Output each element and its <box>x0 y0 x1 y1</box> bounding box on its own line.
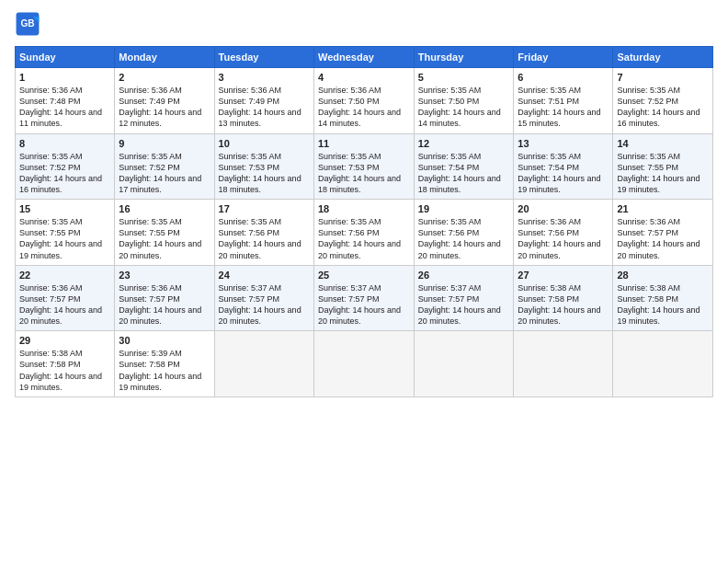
calendar-cell: 7Sunrise: 5:35 AMSunset: 7:52 PMDaylight… <box>613 68 713 134</box>
day-header-tuesday: Tuesday <box>214 47 313 68</box>
calendar-cell: 16Sunrise: 5:35 AMSunset: 7:55 PMDayligh… <box>115 200 214 266</box>
cell-info: Sunrise: 5:35 AMSunset: 7:54 PMDaylight:… <box>518 151 609 196</box>
calendar-body: 1Sunrise: 5:36 AMSunset: 7:48 PMDaylight… <box>16 68 713 397</box>
day-number: 27 <box>518 270 609 281</box>
day-number: 1 <box>19 72 110 83</box>
cell-info: Sunrise: 5:36 AMSunset: 7:57 PMDaylight:… <box>119 282 210 327</box>
week-row-1: 1Sunrise: 5:36 AMSunset: 7:48 PMDaylight… <box>16 68 713 134</box>
calendar-cell <box>214 331 313 397</box>
calendar-cell <box>414 331 514 397</box>
calendar-header: SundayMondayTuesdayWednesdayThursdayFrid… <box>16 47 713 68</box>
header: GB <box>15 11 713 37</box>
cell-info: Sunrise: 5:36 AMSunset: 7:57 PMDaylight:… <box>19 282 110 327</box>
cell-info: Sunrise: 5:35 AMSunset: 7:52 PMDaylight:… <box>119 151 210 196</box>
day-number: 11 <box>318 138 410 149</box>
cell-info: Sunrise: 5:36 AMSunset: 7:49 PMDaylight:… <box>219 85 310 130</box>
calendar-cell: 30Sunrise: 5:39 AMSunset: 7:58 PMDayligh… <box>115 331 214 397</box>
cell-info: Sunrise: 5:38 AMSunset: 7:58 PMDaylight:… <box>19 348 110 393</box>
logo-icon: GB <box>15 11 40 37</box>
calendar-cell: 23Sunrise: 5:36 AMSunset: 7:57 PMDayligh… <box>115 265 214 331</box>
cell-info: Sunrise: 5:35 AMSunset: 7:52 PMDaylight:… <box>19 151 110 196</box>
cell-info: Sunrise: 5:35 AMSunset: 7:56 PMDaylight:… <box>418 216 510 261</box>
calendar-cell: 28Sunrise: 5:38 AMSunset: 7:58 PMDayligh… <box>613 265 713 331</box>
cell-info: Sunrise: 5:35 AMSunset: 7:52 PMDaylight:… <box>617 85 709 130</box>
calendar-cell: 21Sunrise: 5:36 AMSunset: 7:57 PMDayligh… <box>613 200 713 266</box>
cell-info: Sunrise: 5:36 AMSunset: 7:50 PMDaylight:… <box>318 85 410 130</box>
calendar-cell: 29Sunrise: 5:38 AMSunset: 7:58 PMDayligh… <box>16 331 115 397</box>
calendar-cell: 20Sunrise: 5:36 AMSunset: 7:56 PMDayligh… <box>514 200 613 266</box>
cell-info: Sunrise: 5:37 AMSunset: 7:57 PMDaylight:… <box>318 282 410 327</box>
day-number: 10 <box>219 138 310 149</box>
week-row-4: 22Sunrise: 5:36 AMSunset: 7:57 PMDayligh… <box>16 265 713 331</box>
cell-info: Sunrise: 5:35 AMSunset: 7:51 PMDaylight:… <box>518 85 609 130</box>
day-number: 5 <box>418 72 510 83</box>
calendar-cell: 17Sunrise: 5:35 AMSunset: 7:56 PMDayligh… <box>214 200 313 266</box>
calendar-cell: 26Sunrise: 5:37 AMSunset: 7:57 PMDayligh… <box>414 265 514 331</box>
calendar-cell: 5Sunrise: 5:35 AMSunset: 7:50 PMDaylight… <box>414 68 514 134</box>
day-header-sunday: Sunday <box>16 47 115 68</box>
cell-info: Sunrise: 5:35 AMSunset: 7:55 PMDaylight:… <box>119 216 210 261</box>
calendar-cell: 2Sunrise: 5:36 AMSunset: 7:49 PMDaylight… <box>115 68 214 134</box>
calendar-cell: 15Sunrise: 5:35 AMSunset: 7:55 PMDayligh… <box>16 200 115 266</box>
day-number: 26 <box>418 270 510 281</box>
calendar-cell: 8Sunrise: 5:35 AMSunset: 7:52 PMDaylight… <box>16 133 115 200</box>
calendar-cell <box>313 331 414 397</box>
day-number: 15 <box>19 203 110 214</box>
calendar-cell: 3Sunrise: 5:36 AMSunset: 7:49 PMDaylight… <box>214 68 313 134</box>
logo: GB <box>15 11 44 37</box>
cell-info: Sunrise: 5:38 AMSunset: 7:58 PMDaylight:… <box>617 282 709 327</box>
cell-info: Sunrise: 5:35 AMSunset: 7:56 PMDaylight:… <box>318 216 410 261</box>
day-number: 23 <box>119 270 210 281</box>
cell-info: Sunrise: 5:37 AMSunset: 7:57 PMDaylight:… <box>219 282 310 327</box>
day-number: 9 <box>119 138 210 149</box>
day-number: 22 <box>19 270 110 281</box>
cell-info: Sunrise: 5:36 AMSunset: 7:56 PMDaylight:… <box>518 216 609 261</box>
calendar-cell: 12Sunrise: 5:35 AMSunset: 7:54 PMDayligh… <box>414 133 514 200</box>
day-number: 16 <box>119 203 210 214</box>
cell-info: Sunrise: 5:35 AMSunset: 7:50 PMDaylight:… <box>418 85 510 130</box>
calendar-cell: 14Sunrise: 5:35 AMSunset: 7:55 PMDayligh… <box>613 133 713 200</box>
cell-info: Sunrise: 5:36 AMSunset: 7:48 PMDaylight:… <box>19 85 110 130</box>
day-number: 14 <box>617 138 709 149</box>
day-number: 29 <box>19 335 110 346</box>
day-number: 21 <box>617 203 709 214</box>
cell-info: Sunrise: 5:39 AMSunset: 7:58 PMDaylight:… <box>119 348 210 393</box>
cell-info: Sunrise: 5:35 AMSunset: 7:53 PMDaylight:… <box>318 151 410 196</box>
day-number: 7 <box>617 72 709 83</box>
calendar-cell: 1Sunrise: 5:36 AMSunset: 7:48 PMDaylight… <box>16 68 115 134</box>
header-row: SundayMondayTuesdayWednesdayThursdayFrid… <box>16 47 713 68</box>
cell-info: Sunrise: 5:35 AMSunset: 7:53 PMDaylight:… <box>219 151 310 196</box>
page: GB SundayMondayTuesdayWednesdayThursdayF… <box>0 0 728 563</box>
day-number: 8 <box>19 138 110 149</box>
calendar-cell: 10Sunrise: 5:35 AMSunset: 7:53 PMDayligh… <box>214 133 313 200</box>
cell-info: Sunrise: 5:36 AMSunset: 7:57 PMDaylight:… <box>617 216 709 261</box>
week-row-5: 29Sunrise: 5:38 AMSunset: 7:58 PMDayligh… <box>16 331 713 397</box>
calendar-cell: 19Sunrise: 5:35 AMSunset: 7:56 PMDayligh… <box>414 200 514 266</box>
cell-info: Sunrise: 5:38 AMSunset: 7:58 PMDaylight:… <box>518 282 609 327</box>
cell-info: Sunrise: 5:35 AMSunset: 7:55 PMDaylight:… <box>617 151 709 196</box>
calendar-table: SundayMondayTuesdayWednesdayThursdayFrid… <box>15 46 713 397</box>
calendar-cell <box>613 331 713 397</box>
week-row-3: 15Sunrise: 5:35 AMSunset: 7:55 PMDayligh… <box>16 200 713 266</box>
day-number: 30 <box>119 335 210 346</box>
day-number: 19 <box>418 203 510 214</box>
cell-info: Sunrise: 5:37 AMSunset: 7:57 PMDaylight:… <box>418 282 510 327</box>
calendar-cell: 22Sunrise: 5:36 AMSunset: 7:57 PMDayligh… <box>16 265 115 331</box>
day-header-saturday: Saturday <box>613 47 713 68</box>
calendar-cell: 25Sunrise: 5:37 AMSunset: 7:57 PMDayligh… <box>313 265 414 331</box>
day-number: 12 <box>418 138 510 149</box>
day-number: 13 <box>518 138 609 149</box>
calendar-cell: 9Sunrise: 5:35 AMSunset: 7:52 PMDaylight… <box>115 133 214 200</box>
calendar-cell: 27Sunrise: 5:38 AMSunset: 7:58 PMDayligh… <box>514 265 613 331</box>
day-number: 24 <box>219 270 310 281</box>
calendar-cell: 11Sunrise: 5:35 AMSunset: 7:53 PMDayligh… <box>313 133 414 200</box>
calendar-cell: 24Sunrise: 5:37 AMSunset: 7:57 PMDayligh… <box>214 265 313 331</box>
day-number: 4 <box>318 72 410 83</box>
calendar-cell: 4Sunrise: 5:36 AMSunset: 7:50 PMDaylight… <box>313 68 414 134</box>
day-number: 2 <box>119 72 210 83</box>
svg-text:GB: GB <box>20 18 34 29</box>
day-number: 18 <box>318 203 410 214</box>
cell-info: Sunrise: 5:35 AMSunset: 7:55 PMDaylight:… <box>19 216 110 261</box>
cell-info: Sunrise: 5:35 AMSunset: 7:56 PMDaylight:… <box>219 216 310 261</box>
day-header-monday: Monday <box>115 47 214 68</box>
